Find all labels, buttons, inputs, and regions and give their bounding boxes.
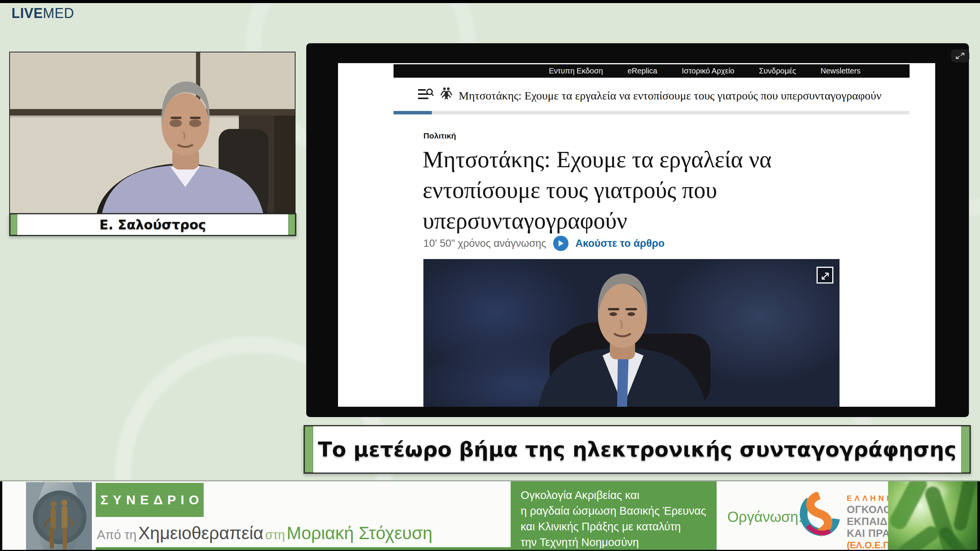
minimize-share-button[interactable] [951, 49, 969, 62]
conference-title: Από τη Χημειοθεραπεία στη Μοριακή Στόχευ… [97, 523, 433, 543]
sculpture-image [26, 482, 92, 550]
site-nav-item-ereplica[interactable]: eReplica [627, 67, 657, 75]
conference-title-part: Χημειοθεραπεία [138, 523, 263, 543]
ribbon-sphere-icon [797, 492, 841, 537]
livemed-logo-med: MED [43, 5, 74, 21]
conference-sculpture-photo [26, 482, 92, 550]
expand-arrow-icon [820, 270, 830, 280]
site-nav-item-subscriptions[interactable]: Συνδρομές [759, 67, 796, 75]
bacteria-rod [953, 481, 977, 532]
shared-browser-page: Εντυπη Εκδοση eReplica Ιστορικό Αρχείο Σ… [338, 63, 935, 407]
site-nav-item-newsletters[interactable]: Newsletters [821, 67, 861, 75]
name-plate-green-strip [288, 214, 295, 235]
reading-progress-fill [394, 111, 432, 114]
sticky-article-title: Μητσοτάκης: Εχουμε τα εργαλεία να εντοπί… [459, 89, 910, 102]
eagle-emblem-icon [440, 86, 453, 101]
speaker-name: Ε. Σαλούστρος [100, 217, 206, 232]
article-category[interactable]: Πολιτική [423, 131, 456, 140]
slide-caption-text: Το μετέωρο βήμα της ηλεκτρονικής συνταγο… [318, 437, 956, 461]
article-meta-row: 10' 50" χρόνος ανάγνωσης Ακούστε το άρθρ… [423, 235, 665, 251]
reading-progress-bar [394, 111, 910, 114]
expand-image-button[interactable] [817, 267, 833, 284]
top-letterbox-bar [0, 0, 980, 3]
site-nav-item-print[interactable]: Εντυπη Εκδοση [549, 67, 603, 75]
headline-line: υπερσυνταγογραφούν [423, 205, 772, 236]
livemed-webinar-screen: LIVEMED Ε. Σαλούστρος [0, 0, 980, 551]
caption-green-strip [305, 426, 313, 473]
headline-line: εντοπίσουμε τους γιατρούς που [423, 175, 772, 205]
hamburger-search-icon [418, 88, 434, 101]
livemed-logo: LIVEMED [11, 5, 74, 21]
tv-interview-scene [423, 259, 840, 407]
theme-line: την Τεχνητή Νοημοσύνη [521, 535, 717, 550]
theme-line: και Κλινικής Πράξης με καταλύτη [521, 519, 717, 535]
livemed-logo-live: LIVE [11, 5, 43, 21]
banner-left-edge [0, 481, 2, 551]
theme-line: η ραγδαία ώσμωση Βασικής Έρευνας [521, 503, 717, 519]
screen-share-window: Εντυπη Εκδοση eReplica Ιστορικό Αρχείο Σ… [306, 43, 969, 417]
listen-play-button[interactable] [553, 236, 568, 251]
caption-green-strip [961, 426, 970, 473]
conference-banner: ΣΥΝΕΔΡΙΟ Από τη Χημειοθεραπεία στη Μορια… [0, 480, 980, 551]
reading-time: 10' 50" χρόνος ανάγνωσης [423, 238, 546, 249]
organizer-label: Οργάνωση: [727, 509, 802, 525]
speaker-webcam-video [9, 52, 296, 215]
conference-theme-block: Ογκολογία Ακριβείας και η ραγδαία ώσμωση… [511, 481, 717, 551]
conference-title-part: στη [265, 528, 285, 542]
speaker-name-plate: Ε. Σαλούστρος [9, 213, 296, 236]
article-headline: Μητσοτάκης: Εχουμε τα εργαλεία να εντοπί… [423, 144, 772, 236]
site-nav-item-archive[interactable]: Ιστορικό Αρχείο [682, 67, 735, 75]
name-plate-green-strip [10, 214, 17, 235]
microbe-photo [888, 481, 977, 551]
slide-caption-bar: Το μετέωρο βήμα της ηλεκτρονικής συνταγο… [304, 425, 971, 474]
bacteria-rod [888, 481, 930, 532]
conference-title-part: Από τη [97, 528, 137, 542]
eloep-logo [797, 492, 841, 539]
collapse-arrows-icon [955, 52, 965, 59]
conference-title-part: Μοριακή Στόχευση [287, 523, 433, 543]
banner-right-edge [977, 481, 980, 551]
listen-article-link[interactable]: Ακούστε το άρθρο [575, 238, 665, 249]
conference-badge: ΣΥΝΕΔΡΙΟ [96, 483, 204, 517]
play-icon [558, 240, 564, 247]
headline-line: Μητσοτάκης: Εχουμε τα εργαλεία να [423, 144, 772, 175]
newspaper-eagle-logo-icon[interactable] [440, 86, 453, 102]
theme-line: Ογκολογία Ακριβείας και [521, 487, 717, 503]
article-image [423, 259, 840, 407]
news-site-nav: Εντυπη Εκδοση eReplica Ιστορικό Αρχείο Σ… [394, 64, 910, 78]
webcam-office-scene [10, 52, 295, 214]
menu-search-button[interactable] [418, 88, 434, 102]
conference-badge-text: ΣΥΝΕΔΡΙΟ [96, 492, 203, 507]
